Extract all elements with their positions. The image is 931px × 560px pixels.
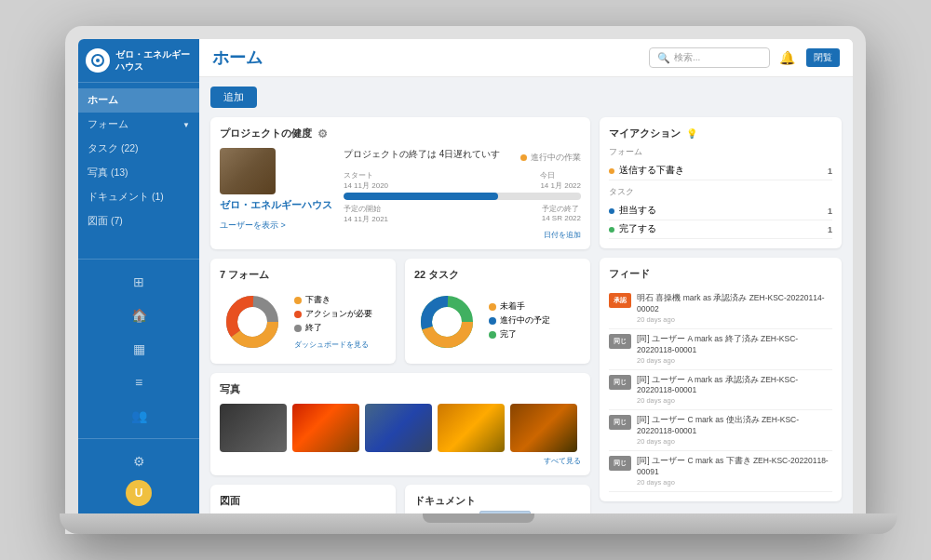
feed-time-2: 20 days ago	[637, 396, 832, 405]
documents-title: ドキュメント	[414, 494, 581, 508]
feed-text-1: [同] ユーザー A mark as 終了済み ZEH-KSC-20220118…	[637, 334, 832, 356]
sidebar-nav: ホーム フォーム ▼ タスク (22) 写真 (13) ドキュメント (1)	[78, 83, 199, 259]
tasks-chart-content: 未着手 進行中の予定	[414, 289, 581, 354]
feed-item-3: 同じ [同] ユーザー C mark as 使出済み ZEH-KSC-20220…	[609, 410, 832, 451]
my-actions-title: マイアクション	[609, 127, 681, 140]
feed-time-0: 20 days ago	[637, 315, 832, 324]
add-dates-link[interactable]: 日付を追加	[544, 231, 581, 239]
forms-chart-content: 下書き アクションが必要	[220, 289, 386, 354]
tasks-chart-title: 22 タスク	[414, 268, 581, 282]
user-avatar[interactable]: U	[126, 480, 152, 506]
sidebar-item-forms[interactable]: フォーム ▼	[78, 113, 199, 137]
action-item-draft[interactable]: 送信する下書き 1	[609, 162, 832, 180]
action-count-complete: 1	[828, 225, 832, 234]
people-icon[interactable]: 👥	[124, 401, 154, 431]
photo-thumb-5[interactable]	[510, 404, 577, 452]
my-actions-card: マイアクション 💡 フォーム 送信する下書き 1	[600, 117, 842, 248]
project-health-card: プロジェクトの健度 ⚙ ゼロ・エネルギーハウス	[210, 117, 590, 249]
legend-item-draft: 下書き	[294, 295, 372, 306]
left-column: プロジェクトの健度 ⚙ ゼロ・エネルギーハウス	[210, 117, 590, 513]
feed-badge-2: 同じ	[609, 375, 631, 390]
drawings-title: 図面	[220, 494, 386, 508]
feed-text-3: [同] ユーザー C mark as 使出済み ZEH-KSC-20220118…	[637, 415, 832, 437]
action-count-assign: 1	[828, 207, 832, 216]
feed-badge-4: 同じ	[609, 456, 631, 471]
my-actions-tasks-section: タスク	[609, 186, 832, 198]
progress-sub: 予定の開始 14 11月 2021 予定の終了 14 SR 2022	[344, 204, 581, 224]
header-icons: 🔔 閉覧	[779, 48, 840, 67]
feed-text-2: [同] ユーザー A mark as 承認済み ZEH-KSC-20220118…	[637, 375, 832, 397]
action-dot-draft	[609, 168, 614, 174]
project-health-title: プロジェクトの健度 ⚙	[220, 127, 581, 140]
tasks-chart-card: 22 タスク	[405, 259, 590, 364]
tasks-legend-dot-pending	[489, 303, 496, 311]
action-dot-assign	[609, 208, 614, 214]
feed-item-4: 同じ [同] ユーザー C mark as 下書き ZEH-KSC-202201…	[609, 451, 832, 492]
legend-dot-draft	[294, 297, 302, 304]
header: ホーム 🔍 検索... 🔔 閉覧	[199, 39, 853, 77]
logo-icon	[86, 48, 110, 73]
sidebar-item-tasks[interactable]: タスク (22)	[78, 137, 199, 161]
legend-item-closed: 終了	[294, 323, 372, 334]
action-count-draft: 1	[828, 167, 832, 176]
home-icon[interactable]: ⊞	[124, 267, 154, 297]
dashboard-link[interactable]: ダッシュボードを見る	[294, 340, 372, 350]
action-item-assign[interactable]: 担当する 1	[609, 202, 832, 220]
feed-time-3: 20 days ago	[637, 437, 832, 446]
status-dot	[520, 154, 527, 161]
sidebar-icon-nav: ⊞ 🏠 ▦ ≡ 👥	[78, 259, 199, 438]
progress-status: 進行中の作業	[520, 152, 581, 164]
sidebar-bottom: ⚙ U	[78, 438, 199, 513]
feed-list: 承認 明石 喜操機 mark as 承認済み ZEH-KSC-20220114-…	[609, 288, 832, 492]
progress-warning: プロジェクトの終了は 4日遅れていす	[344, 148, 500, 161]
progress-bar-fill	[344, 193, 498, 200]
forms-chart-title: 7 フォーム	[220, 268, 386, 282]
sidebar-item-drawings[interactable]: 図面 (7)	[78, 209, 199, 233]
progress-bar	[344, 193, 581, 200]
forms-donut-chart	[220, 289, 285, 354]
photos-title: 写真	[220, 382, 581, 396]
tasks-legend: 未着手 進行中の予定	[489, 301, 550, 343]
charts-row: 7 フォーム	[210, 259, 590, 364]
feed-badge-3: 同じ	[609, 415, 631, 430]
photo-thumb-3[interactable]	[365, 404, 432, 452]
tasks-legend-dot-progress	[489, 317, 496, 325]
right-column: マイアクション 💡 フォーム 送信する下書き 1	[600, 117, 842, 513]
photo-thumb-4[interactable]	[438, 404, 505, 452]
svg-point-1	[96, 59, 100, 62]
chevron-down-icon: ▼	[182, 121, 190, 129]
search-bar[interactable]: 🔍 検索...	[649, 47, 770, 68]
photo-thumb-1[interactable]	[220, 404, 287, 452]
progress-section: プロジェクトの終了は 4日遅れていす 進行中の作業	[344, 148, 581, 240]
my-actions-title-row: マイアクション 💡	[609, 127, 832, 140]
feed-text-0: 明石 喜操機 mark as 承認済み ZEH-KSC-20220114-000…	[637, 293, 832, 315]
feed-badge-1: 同じ	[609, 334, 631, 349]
sidebar-item-documents[interactable]: ドキュメント (1)	[78, 185, 199, 209]
photo-thumb-2[interactable]	[292, 404, 359, 452]
user-menu-button[interactable]: 閉覧	[806, 48, 840, 67]
main-content: ホーム 🔍 検索... 🔔 閉覧 追加	[199, 39, 853, 513]
feed-item-2: 同じ [同] ユーザー A mark as 承認済み ZEH-KSC-20220…	[609, 370, 832, 411]
forms-legend: 下書き アクションが必要	[294, 295, 372, 350]
sidebar-project-title: ゼロ・エネルギーハウス	[115, 48, 192, 73]
sidebar-item-home[interactable]: ホーム	[78, 88, 199, 113]
action-dot-complete	[609, 227, 614, 233]
building-icon[interactable]: 🏠	[124, 300, 154, 330]
users-link[interactable]: ユーザーを表示 >	[220, 220, 332, 232]
settings-icon[interactable]: ⚙	[124, 447, 154, 476]
content-grid: プロジェクトの健度 ⚙ ゼロ・エネルギーハウス	[210, 117, 842, 513]
bell-icon[interactable]: 🔔	[779, 50, 795, 65]
documents-card: ドキュメント	[405, 485, 590, 513]
photos-card: 写真 すべて見る	[210, 373, 590, 475]
feed-item-1: 同じ [同] ユーザー A mark as 終了済み ZEH-KSC-20220…	[609, 329, 832, 370]
action-item-complete[interactable]: 完了する 1	[609, 220, 832, 239]
grid-icon[interactable]: ▦	[124, 334, 154, 364]
list-icon[interactable]: ≡	[124, 367, 154, 397]
tasks-legend-progress: 進行中の予定	[489, 315, 550, 327]
sidebar-item-photos[interactable]: 写真 (13)	[78, 161, 199, 185]
svg-point-9	[438, 313, 456, 331]
gear-icon[interactable]: ⚙	[317, 127, 328, 140]
drawings-card: 図面	[210, 485, 396, 513]
add-button[interactable]: 追加	[210, 87, 257, 108]
photos-all-link[interactable]: すべて見る	[220, 456, 581, 466]
